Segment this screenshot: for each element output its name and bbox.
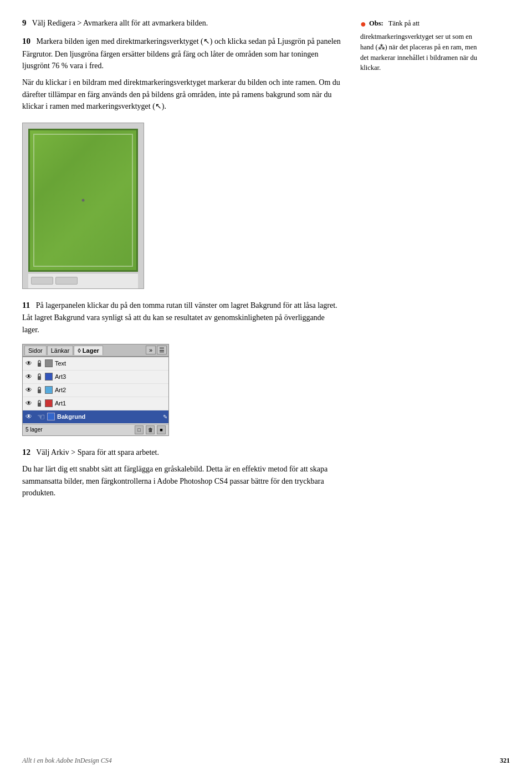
layer-name-art1: Art1 (55, 400, 167, 407)
tab-lager[interactable]: ◊ Lager (74, 346, 103, 355)
layer-swatch-text (45, 359, 53, 367)
layer-swatch-art1 (45, 399, 53, 407)
tab-lankar[interactable]: Länkar (47, 346, 74, 355)
conclusion-text: Du har lärt dig ett snabbt sätt att färg… (22, 463, 344, 499)
layer-lock-art3[interactable] (35, 372, 44, 381)
page: 9 Välj Redigera > Avmarkera allt för att… (0, 0, 532, 776)
step-12-number: 12 (22, 448, 30, 457)
step-9: 9 Välj Redigera > Avmarkera allt för att… (22, 17, 344, 29)
frame-bottom-btn-1 (31, 277, 53, 285)
step-12: 12 Välj Arkiv > Spara för att spara arbe… (22, 446, 344, 459)
frame-illustration (22, 123, 144, 289)
layers-tabs: Sidor Länkar ◊ Lager » ☰ (23, 344, 168, 357)
layer-lock-art1[interactable] (35, 399, 44, 408)
layer-name-text: Text (55, 360, 167, 367)
layer-eye-art1[interactable]: 👁 (24, 398, 34, 408)
step-11: 11 På lagerpanelen klickar du på den tom… (22, 299, 344, 336)
layer-eye-art3[interactable]: 👁 (24, 372, 34, 382)
layers-footer: 5 lager □ 🗑 ■ (23, 424, 168, 435)
layers-delete-btn[interactable]: 🗑 (146, 425, 155, 434)
step-11-number: 11 (22, 301, 30, 310)
obs-title: Obs: (369, 19, 383, 27)
layer-row-text[interactable]: 👁 Text (23, 357, 168, 371)
layer-row-bakgrund[interactable]: 👁 ☜ Bakgrund ✎ (23, 410, 168, 424)
layer-swatch-art2 (45, 386, 53, 394)
tab-sidor[interactable]: Sidor (24, 346, 47, 355)
image-container (22, 123, 344, 289)
layers-menu-btn[interactable]: » (146, 346, 156, 354)
left-column: 9 Välj Redigera > Avmarkera allt för att… (22, 17, 344, 505)
layers-extra-btn[interactable]: ■ (157, 425, 166, 434)
layers-panel: Sidor Länkar ◊ Lager » ☰ (22, 344, 169, 436)
layer-swatch-art3 (45, 373, 53, 381)
layer-hand-icon: ☜ (35, 410, 47, 423)
obs-body: Tänk på att direktmarkeringsverktyget se… (360, 19, 477, 72)
step-10-number: 10 (22, 37, 30, 45)
layer-name-art2: Art2 (55, 387, 167, 393)
svg-rect-0 (38, 363, 41, 367)
layer-lock-text[interactable] (35, 359, 44, 368)
layers-count: 5 lager (25, 427, 43, 433)
layer-pen-icon: ✎ (163, 414, 167, 420)
svg-rect-1 (38, 376, 41, 380)
step-10-main: Markera bilden igen med direktmarkerings… (22, 37, 341, 70)
page-footer: Allt i en bok Adobe InDesign CS4 321 (22, 757, 510, 765)
step-10-sub: När du klickar i en bildram med direktma… (22, 78, 340, 110)
layer-name-art3: Art3 (55, 373, 167, 380)
step-11-text: På lagerpanelen klickar du på den tomma … (22, 301, 337, 334)
layer-eye-art2[interactable]: 👁 (24, 385, 34, 395)
layer-eye-text[interactable]: 👁 (24, 358, 34, 368)
layer-lock-art2[interactable] (35, 386, 44, 394)
step-12-text: Välj Arkiv > Spara för att spara arbetet… (36, 448, 159, 457)
layer-eye-bakgrund[interactable]: 👁 (24, 412, 34, 422)
layer-row-art3[interactable]: 👁 Art3 (23, 371, 168, 384)
step-9-text: Välj Redigera > Avmarkera allt för att a… (32, 19, 208, 27)
layer-row-art2[interactable]: 👁 Art2 (23, 384, 168, 397)
conclusion-block: Du har lärt dig ett snabbt sätt att färg… (22, 463, 344, 499)
obs-bullet: ● (360, 18, 366, 29)
svg-rect-2 (38, 389, 41, 393)
layer-name-bakgrund: Bakgrund (57, 413, 162, 420)
frame-inner-green (28, 129, 138, 272)
layer-row-art1[interactable]: 👁 Art1 (23, 397, 168, 410)
frame-center-dot (82, 199, 85, 201)
obs-box: ● Obs: Tänk på att direktmarkeringsverkt… (360, 17, 482, 73)
layers-options-btn[interactable]: ☰ (157, 346, 167, 354)
step-10: 10 Markera bilden igen med direktmarkeri… (22, 35, 344, 113)
svg-rect-3 (38, 403, 41, 407)
right-column: ● Obs: Tänk på att direktmarkeringsverkt… (355, 17, 482, 505)
step-9-number: 9 (22, 18, 27, 27)
footer-left-text: Allt i en bok Adobe InDesign CS4 (22, 757, 112, 765)
layers-new-btn[interactable]: □ (135, 425, 144, 434)
layers-list: 👁 Text 👁 (23, 357, 168, 424)
layer-swatch-bakgrund (47, 413, 55, 420)
footer-page-number: 321 (500, 757, 510, 765)
frame-bottom-btn-2 (55, 277, 78, 285)
frame-bottom-bar (28, 273, 138, 288)
